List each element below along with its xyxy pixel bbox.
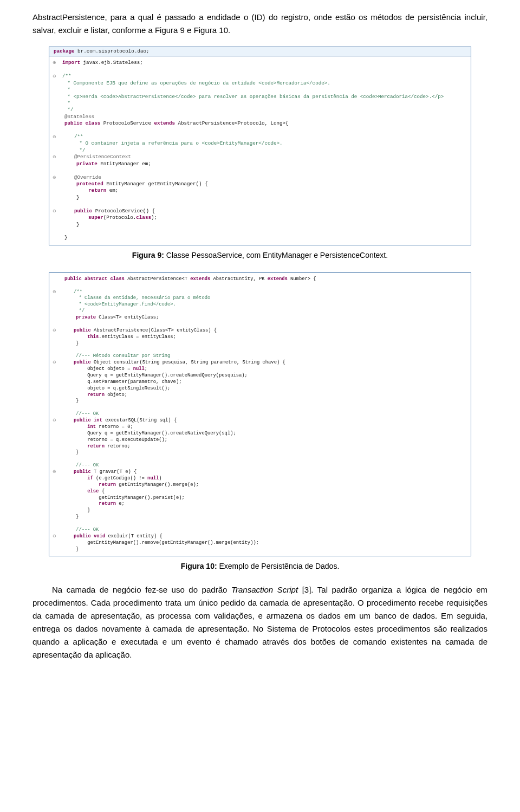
cm: //--- OK (64, 527, 99, 532)
body-paragraph: Na camada de negócio fez-se uso do padrã… (32, 583, 487, 661)
cm: * Classe da entidade, necessário para o … (64, 295, 210, 301)
kw: int (64, 424, 96, 430)
cm: /** (62, 289, 82, 295)
kw: extends (268, 276, 288, 282)
annotation-stateless: @Stateless (64, 114, 94, 120)
kw: else (64, 489, 99, 494)
close: } (64, 222, 80, 228)
intro-line-1: AbstractPersistence, para a qual é passa… (32, 12, 367, 22)
annotation-pctx: @PersistenceContext (62, 154, 131, 160)
m4: excluir(T entity) { (105, 534, 162, 539)
l: { (99, 489, 105, 494)
page: AbstractPersistence, para a qual é passa… (0, 0, 520, 691)
cm: /** (62, 134, 83, 140)
l: objeto; (105, 392, 127, 398)
code1-body: import javax.ejb.Stateless; /** * Compon… (49, 56, 471, 244)
close: } (64, 514, 79, 519)
p2-l1: Na camada de negócio fez-se uso do padrã… (52, 585, 231, 594)
l: Query q = getEntityManager().createNamed… (64, 373, 248, 378)
l: retorno; (105, 444, 131, 449)
kw: public int (62, 418, 102, 423)
kw: private (64, 315, 96, 320)
get-rest: EntityManager getEntityManager() { (103, 181, 208, 187)
close: } (64, 398, 79, 404)
cm: */ (64, 107, 74, 113)
cm: * O container injeta a referência para o… (64, 140, 282, 146)
kw: null (133, 366, 145, 372)
close: } (64, 547, 79, 552)
l: objeto = q.getSingleResult(); (64, 386, 170, 391)
kw: public void (62, 534, 105, 539)
figure-10-caption: Figura 10: Exemplo de Persistência de Da… (32, 562, 487, 570)
p2-l2: [3]. Tal padrão organiza a lógica de neg… (32, 585, 487, 659)
ctor-end: ); (151, 215, 157, 220)
fig10-label: Figura 10: (181, 562, 217, 570)
p2-em: Transaction Script (231, 585, 302, 594)
close: } (64, 450, 79, 455)
em-field: EntityManager em; (98, 161, 151, 167)
cm: //--- OK (64, 411, 99, 417)
cls-name: ProtocoloService (100, 120, 154, 126)
kw: return (64, 187, 106, 193)
cm: //--- OK (64, 463, 99, 468)
kw: public (62, 469, 91, 475)
kw: this (64, 334, 99, 340)
close: } (64, 341, 79, 346)
kw: return (64, 501, 116, 506)
cm: */ (64, 308, 84, 314)
kw: extends (190, 276, 210, 282)
ctor: AbstractPersistence(Class<T> entityClass… (91, 328, 217, 333)
kw: class (136, 215, 151, 220)
kw: public abstract class (64, 276, 125, 282)
fig10-text: Exemplo de Persistência de Dados. (217, 562, 340, 570)
l: (e.getCodigo() != (93, 476, 147, 481)
cm: /** (62, 73, 72, 79)
ret-rest: em; (106, 187, 118, 193)
kw: public (62, 360, 91, 365)
kw: return (64, 392, 105, 398)
cm: */ (64, 147, 86, 153)
code2-body: public abstract class AbstractPersistenc… (49, 273, 471, 556)
kw: return (64, 482, 116, 488)
l: Object objeto = (64, 366, 133, 372)
cm: * <code>EntityManager.find</code>. (64, 302, 176, 307)
fig9-text: Classe PessoaService, com EntityManager … (164, 251, 388, 259)
m3: T gravar(T e) { (91, 469, 136, 475)
figure-9-caption: Figura 9: Classe PessoaService, com Enti… (32, 251, 487, 259)
kw: null (147, 476, 159, 481)
l: getEntityManager().merge(e); (116, 482, 199, 488)
l: retorno = q.executeUpdate(); (64, 437, 167, 443)
cls: AbstractEntity, PK (210, 276, 268, 282)
kw: public class (64, 120, 100, 126)
cls: AbstractPersistence<T (125, 276, 190, 282)
code-figure-10: public abstract class AbstractPersistenc… (49, 272, 471, 557)
l: ; (145, 366, 147, 372)
l: retorno = 0; (96, 424, 133, 430)
close: } (64, 235, 68, 241)
cm: * Componente EJB que define as operações… (64, 80, 330, 86)
l: } (64, 508, 90, 513)
ctor-body: (Protocolo. (103, 215, 136, 220)
annotation-override: @Override (62, 174, 101, 180)
l: e; (116, 501, 125, 506)
cls: Number> { (288, 276, 316, 282)
l: Query q = getEntityManager().createNativ… (64, 431, 236, 436)
kw: return (64, 444, 105, 449)
cm: * (64, 100, 74, 106)
kw-package: package (54, 48, 75, 54)
pkg-path: br.com.sisprotocolo.dao; (75, 48, 150, 54)
kw: if (64, 476, 93, 481)
kw: protected (64, 181, 103, 187)
field: Class<T> entityClass; (96, 315, 159, 320)
m1: Object consultar(String pesquisa, String… (91, 360, 285, 365)
kw: public (62, 208, 92, 214)
kw: super (64, 215, 103, 220)
l: getEntityManager().persist(e); (64, 495, 185, 501)
intro-paragraph: AbstractPersistence, para a qual é passa… (32, 11, 487, 37)
cm: //--- Método consultar por String (64, 353, 170, 359)
close: } (64, 194, 80, 200)
code-figure-9: package br.com.sisprotocolo.dao; import … (49, 47, 471, 245)
cm: * <p>Herda <code>AbstractPersistence</co… (64, 94, 444, 100)
package-bar: package br.com.sisprotocolo.dao; (49, 47, 471, 56)
import-rest: javax.ejb.Stateless; (80, 60, 143, 66)
